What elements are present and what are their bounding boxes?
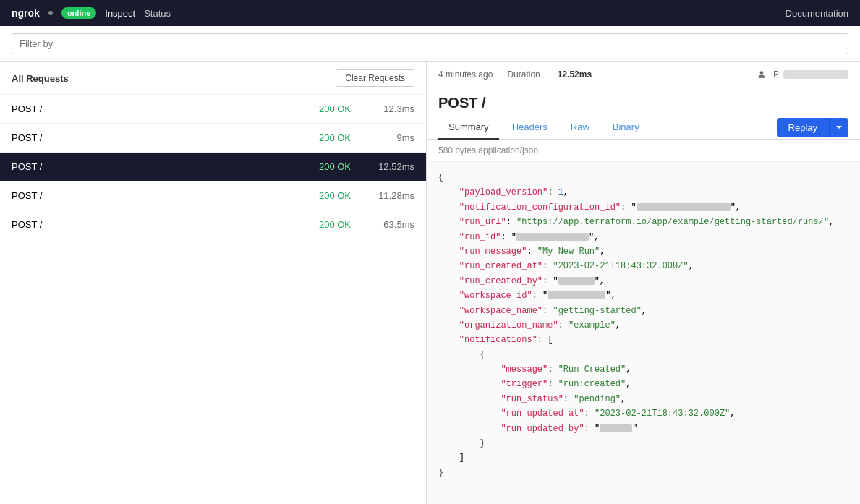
- request-row[interactable]: POST / 200 OK 63.5ms: [0, 210, 426, 239]
- nav-status[interactable]: Status: [144, 8, 171, 19]
- detail-header: 4 minutes ago Duration 12.52ms IP: [427, 62, 860, 87]
- request-status: 200 OK: [306, 161, 364, 172]
- ip-section: IP: [757, 69, 848, 80]
- request-time: 63.5ms: [364, 219, 414, 230]
- brand-logo: ngrok: [12, 7, 40, 19]
- request-row-active[interactable]: POST / 200 OK 12.52ms: [0, 152, 426, 181]
- tabs-bar: Summary Headers Raw Binary Replay: [427, 116, 860, 140]
- replay-button[interactable]: Replay: [777, 118, 829, 137]
- right-panel: 4 minutes ago Duration 12.52ms IP POST /…: [427, 62, 860, 504]
- detail-timestamp: 4 minutes ago: [438, 69, 493, 80]
- filter-bar: [0, 26, 860, 62]
- all-requests-title: All Requests: [12, 73, 69, 84]
- status-badge: online: [61, 7, 96, 19]
- left-panel: All Requests Clear Requests POST / 200 O…: [0, 62, 427, 504]
- request-method: POST /: [12, 161, 306, 172]
- detail-title: POST /: [427, 87, 860, 116]
- request-status: 200 OK: [306, 190, 364, 201]
- request-time: 11.28ms: [364, 190, 414, 201]
- duration-label: Duration: [507, 69, 540, 80]
- request-method: POST /: [12, 132, 306, 143]
- replay-dropdown-button[interactable]: [829, 118, 848, 137]
- documentation-link[interactable]: Documentation: [786, 8, 848, 19]
- replay-button-group: Replay: [777, 118, 848, 137]
- request-method: POST /: [12, 190, 306, 201]
- navbar: ngrok online Inspect Status Documentatio…: [0, 0, 860, 26]
- content-info: 580 bytes application/json: [427, 140, 860, 162]
- person-icon: [757, 69, 767, 80]
- duration-value: 12.52ms: [558, 69, 592, 80]
- request-status: 200 OK: [306, 132, 364, 143]
- request-method: POST /: [12, 219, 306, 230]
- request-row[interactable]: POST / 200 OK 12.3ms: [0, 94, 426, 123]
- request-method: POST /: [12, 103, 306, 114]
- request-status: 200 OK: [306, 103, 364, 114]
- request-row[interactable]: POST / 200 OK 9ms: [0, 123, 426, 152]
- ip-label: IP: [771, 69, 779, 80]
- clear-requests-button[interactable]: Clear Requests: [336, 69, 414, 87]
- request-time: 12.52ms: [364, 161, 414, 172]
- tab-raw[interactable]: Raw: [561, 116, 600, 140]
- request-status: 200 OK: [306, 219, 364, 230]
- nav-dot: [48, 11, 53, 15]
- nav-inspect[interactable]: Inspect: [105, 8, 135, 19]
- filter-input[interactable]: [12, 33, 848, 54]
- requests-header: All Requests Clear Requests: [0, 62, 426, 94]
- request-time: 9ms: [364, 132, 414, 143]
- tab-headers[interactable]: Headers: [502, 116, 558, 140]
- ip-value-blurred: [783, 70, 848, 79]
- json-body: { "payload_version": 1, "notification_co…: [427, 162, 860, 504]
- svg-point-0: [759, 71, 763, 74]
- main-layout: All Requests Clear Requests POST / 200 O…: [0, 62, 860, 504]
- tab-binary[interactable]: Binary: [603, 116, 650, 140]
- chevron-down-icon: [835, 124, 843, 131]
- request-row[interactable]: POST / 200 OK 11.28ms: [0, 181, 426, 210]
- tab-summary[interactable]: Summary: [438, 116, 499, 140]
- request-time: 12.3ms: [364, 103, 414, 114]
